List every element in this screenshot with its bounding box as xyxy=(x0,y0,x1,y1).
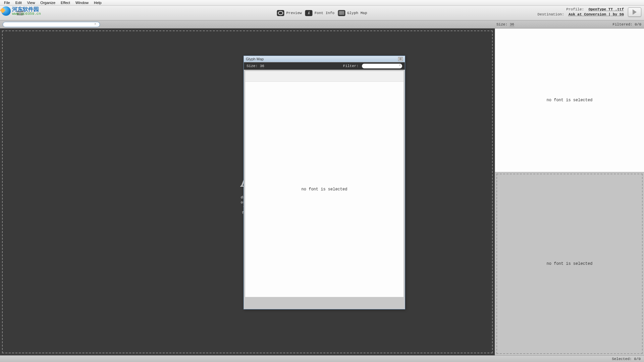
selected-count: Selected: 0/0 xyxy=(612,357,641,361)
menu-edit[interactable]: Edit xyxy=(13,0,24,5)
glyphmap-size-value[interactable]: 36 xyxy=(260,64,264,68)
toolbar-center: Preview i Font Info Glyph Map xyxy=(277,10,367,16)
right-column: no font is selected no font is selected xyxy=(495,28,644,355)
no-font-bottom: no font is selected xyxy=(547,261,593,266)
glyphmap-header-strip xyxy=(245,71,404,82)
glyphmap-no-font: no font is selected xyxy=(302,187,347,192)
profile-info: Profile: OpenType TT .ttf Destination: A… xyxy=(538,7,624,17)
fontinfo-label: Font Info xyxy=(315,11,334,15)
preview-label: Preview xyxy=(286,11,302,15)
glyphmap-title-text: Glyph Map xyxy=(246,57,264,61)
size-value[interactable]: 36 xyxy=(510,22,514,27)
glyphmap-filter-input[interactable] xyxy=(362,64,402,68)
glyphmap-close-button[interactable]: ☒ xyxy=(398,57,403,61)
preview-panel-bottom[interactable]: no font is selected xyxy=(495,172,644,355)
eye-icon xyxy=(277,10,284,16)
glyphmap-label: Glyph Map xyxy=(347,11,367,15)
status-bar: Selected: 0/0 xyxy=(0,355,644,362)
logo-icon xyxy=(1,6,11,16)
glyphmap-body: no font is selected xyxy=(245,71,404,297)
logo-text-cn: 河东软件园 xyxy=(12,7,41,12)
convert-button[interactable] xyxy=(628,7,641,17)
no-font-top: no font is selected xyxy=(547,98,593,103)
menu-view[interactable]: View xyxy=(24,0,38,5)
filter-bar: × Filtered: 0/0 Size: 36 xyxy=(0,20,644,28)
glyphmap-toolbar: Size: 36 Filter: × xyxy=(244,62,405,70)
preview-button[interactable]: Preview xyxy=(277,10,302,16)
glyphmap-size-label: Size: xyxy=(247,64,258,68)
menu-effect[interactable]: Effect xyxy=(58,0,73,5)
glyphmap-footer xyxy=(244,298,405,309)
toolbar: 河东软件园 www.pc0359.cn Preview i Font Info … xyxy=(0,6,644,20)
menu-window[interactable]: Window xyxy=(73,0,91,5)
search-input[interactable]: × xyxy=(3,22,100,27)
watermark-logo: 河东软件园 www.pc0359.cn xyxy=(1,6,41,16)
filtered-count: Filtered: 0/0 xyxy=(612,22,641,26)
profile-label: Profile: xyxy=(566,7,584,11)
menu-bar: File Edit View Organize Effect Window He… xyxy=(0,0,644,6)
destination-value[interactable]: Ask at Conversion | by SG xyxy=(569,12,624,16)
glyphmap-filter-label: Filter: xyxy=(343,64,359,68)
glyphmap-window[interactable]: Glyph Map ☒ Size: 36 Filter: × no font i… xyxy=(244,56,405,309)
logo-text-url: www.pc0359.cn xyxy=(12,12,41,16)
toolbar-right: Profile: OpenType TT .ttf Destination: A… xyxy=(538,7,641,17)
menu-file[interactable]: File xyxy=(1,0,13,5)
glyphmap-titlebar[interactable]: Glyph Map ☒ xyxy=(244,56,405,62)
profile-value[interactable]: OpenType TT .ttf xyxy=(588,7,624,11)
glyphmap-button[interactable]: Glyph Map xyxy=(338,10,367,16)
menu-help[interactable]: Help xyxy=(91,0,104,5)
glyphmap-filter-clear-icon[interactable]: × xyxy=(399,64,401,67)
preview-panel-top: no font is selected xyxy=(495,28,644,172)
destination-label: Destination: xyxy=(538,12,564,16)
grid-icon xyxy=(338,10,345,16)
menu-organize[interactable]: Organize xyxy=(38,0,58,5)
clear-search-icon[interactable]: × xyxy=(94,22,98,26)
info-icon: i xyxy=(305,10,313,16)
fontinfo-button[interactable]: i Font Info xyxy=(305,10,334,16)
size-label: Size: xyxy=(496,22,507,26)
